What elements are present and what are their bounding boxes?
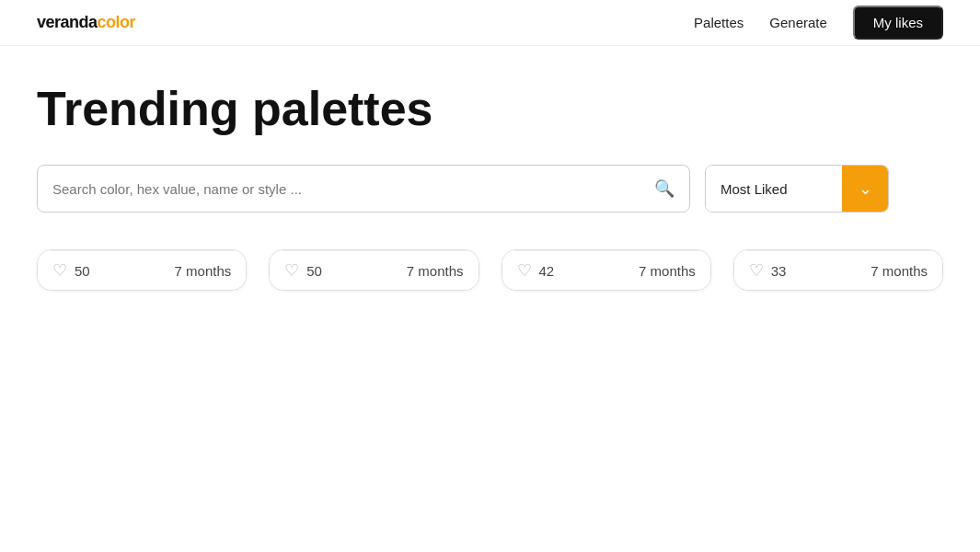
heart-icon-2[interactable]: ♡: [284, 260, 299, 281]
logo[interactable]: verandacolor: [37, 13, 135, 32]
search-input[interactable]: [52, 181, 647, 197]
search-icon: 🔍: [654, 178, 674, 199]
card-footer-4: ♡337 months: [734, 250, 942, 290]
heart-icon-4[interactable]: ♡: [749, 260, 764, 281]
card-footer-1: ♡507 months: [38, 250, 246, 290]
heart-icon-3[interactable]: ♡: [517, 260, 532, 281]
card-footer-3: ♡427 months: [502, 250, 710, 290]
palette-card-3[interactable]: ♡427 months: [502, 249, 711, 291]
card-footer-2: ♡507 months: [270, 250, 478, 290]
footer-left-2: ♡50: [284, 260, 322, 281]
like-count-1: 50: [75, 263, 90, 279]
footer-left-3: ♡42: [517, 260, 555, 281]
search-row: 🔍 Most Liked ⌄: [37, 165, 943, 213]
time-label-2: 7 months: [407, 263, 464, 279]
search-box[interactable]: 🔍: [37, 165, 690, 213]
footer-left-1: ♡50: [52, 260, 90, 281]
sort-box[interactable]: Most Liked ⌄: [705, 165, 889, 213]
palette-card-1[interactable]: ♡507 months: [37, 249, 247, 291]
main-content: Trending palettes 🔍 Most Liked ⌄ ♡507 mo…: [0, 46, 980, 328]
site-header: verandacolor Palettes Generate My likes: [0, 0, 980, 46]
logo-text-black: veranda: [37, 13, 98, 31]
page-title: Trending palettes: [37, 83, 943, 135]
time-label-4: 7 months: [870, 263, 928, 279]
like-count-3: 42: [539, 263, 555, 279]
palette-card-2[interactable]: ♡507 months: [269, 249, 478, 291]
like-count-2: 50: [306, 263, 322, 279]
like-count-4: 33: [771, 263, 787, 279]
time-label-1: 7 months: [175, 263, 232, 279]
logo-text-color: color: [98, 13, 136, 31]
nav-my-likes[interactable]: My likes: [853, 6, 943, 40]
footer-left-4: ♡33: [749, 260, 787, 281]
sort-chevron-icon[interactable]: ⌄: [842, 166, 888, 212]
time-label-3: 7 months: [639, 263, 696, 279]
palette-grid: ♡507 months♡507 months♡427 months♡337 mo…: [37, 249, 943, 291]
nav-palettes[interactable]: Palettes: [694, 15, 744, 30]
main-nav: Palettes Generate My likes: [694, 6, 943, 40]
sort-label: Most Liked: [706, 166, 842, 212]
nav-generate[interactable]: Generate: [769, 15, 827, 30]
palette-card-4[interactable]: ♡337 months: [733, 249, 943, 291]
heart-icon-1[interactable]: ♡: [52, 260, 67, 281]
